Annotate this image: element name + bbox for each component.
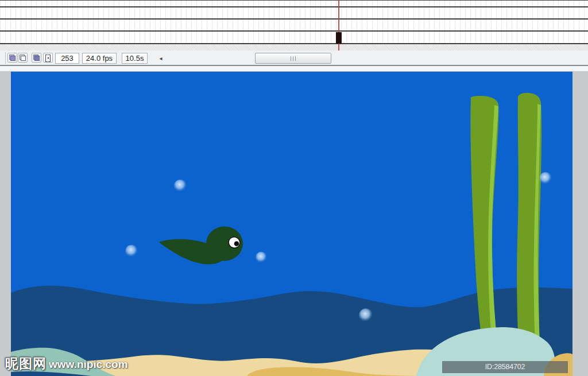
bubble — [174, 180, 187, 192]
frame-rate-field[interactable]: 24.0 fps — [82, 53, 117, 64]
nipic-url: www.nipic.com — [49, 358, 128, 370]
timeline-scrollbar-thumb[interactable] — [255, 53, 331, 64]
elapsed-time-field[interactable]: 10.5s — [122, 53, 148, 64]
bubble — [539, 172, 552, 185]
timeline-empty-strip — [0, 44, 588, 51]
flash-editor-window: 253 24.0 fps 10.5s ◂ — [0, 0, 588, 376]
timeline-toolbar: 253 24.0 fps 10.5s ◂ — [0, 51, 588, 66]
bubble — [125, 245, 138, 257]
stage-canvas[interactable] — [11, 71, 572, 376]
modify-markers-button[interactable] — [43, 53, 53, 63]
toolbar-separator — [5, 52, 6, 64]
timeline-scroll-left-button[interactable]: ◂ — [156, 53, 165, 64]
current-frame-field[interactable]: 253 — [55, 53, 79, 64]
layer-row-divider — [0, 6, 588, 7]
tadpole-pupil — [234, 241, 239, 246]
onion-skin-outlines-button[interactable] — [18, 53, 28, 63]
scrollbar-grip-icon — [291, 56, 297, 61]
image-id-watermark: ID:28584702 NO:20210222110747383000 — [442, 361, 568, 373]
nipic-watermark: 昵图网www.nipic.com — [5, 355, 128, 373]
layer-row-divider — [0, 0, 588, 1]
bubble — [256, 251, 267, 263]
layer-row-divider — [0, 30, 588, 32]
layer-row-divider — [0, 18, 588, 20]
seaweed-right — [517, 93, 541, 344]
edit-multiple-frames-button[interactable] — [32, 53, 41, 63]
pasteboard: 昵图网www.nipic.com ID:28584702 NO:20210222… — [0, 71, 588, 376]
nipic-logo: 昵图网 — [5, 356, 47, 371]
bubble — [359, 308, 373, 322]
playhead-marker[interactable] — [336, 32, 342, 44]
timeline-frames-area — [0, 0, 588, 51]
stage-top-margin — [0, 66, 588, 71]
onion-skin-button[interactable] — [7, 53, 17, 63]
